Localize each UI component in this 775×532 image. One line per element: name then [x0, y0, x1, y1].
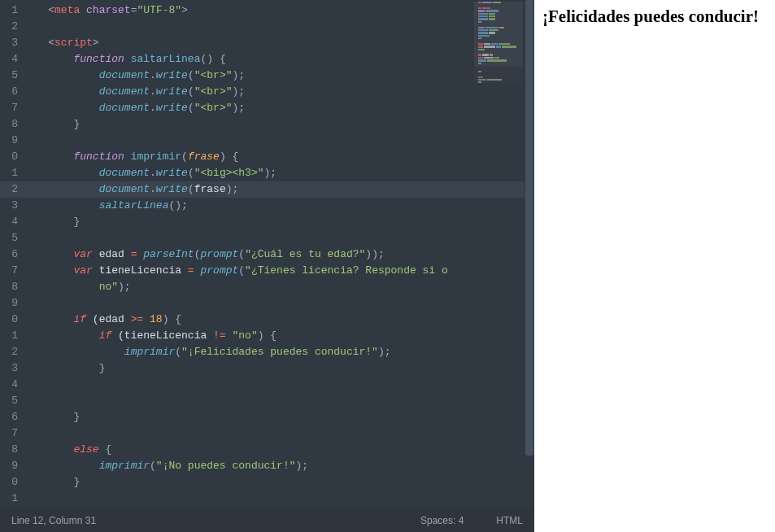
line-number: 2: [0, 344, 23, 360]
code-line[interactable]: imprimir("¡Felicidades puedes conducir!"…: [23, 344, 525, 360]
code-line[interactable]: [23, 230, 525, 246]
code-line[interactable]: [23, 377, 525, 393]
code-line[interactable]: function saltarLinea() {: [23, 51, 525, 68]
line-number: 1: [0, 165, 23, 181]
line-number: 1: [0, 2, 23, 19]
status-cursor-position[interactable]: Line 12, Column 31: [11, 515, 96, 526]
line-number: 9: [0, 295, 23, 312]
line-number: 1: [0, 328, 23, 344]
line-number: 4: [0, 377, 23, 393]
line-number: 8: [0, 442, 23, 458]
code-line[interactable]: if (tieneLicencia != "no") {: [23, 328, 525, 344]
code-line[interactable]: <meta charset="UTF-8">: [23, 2, 525, 19]
code-line[interactable]: }: [23, 409, 525, 425]
line-number: 2: [0, 181, 23, 198]
line-number: 9: [0, 133, 23, 149]
code-line[interactable]: [23, 295, 525, 312]
output-message: ¡Felicidades puedes conducir!: [542, 7, 767, 27]
line-number: 2: [0, 19, 23, 35]
app-root: 1234567890123456789012345678901 <meta ch…: [0, 0, 775, 532]
code-line[interactable]: no");: [23, 279, 525, 295]
minimap[interactable]: [474, 2, 523, 83]
line-number: 7: [0, 263, 23, 279]
code-line[interactable]: document.write("<big><h3>");: [23, 165, 525, 181]
code-line[interactable]: [23, 133, 525, 149]
code-editor[interactable]: 1234567890123456789012345678901 <meta ch…: [0, 0, 534, 532]
code-line[interactable]: document.write(frase);: [23, 181, 525, 198]
line-number: 8: [0, 116, 23, 133]
code-line[interactable]: document.write("<br>");: [23, 100, 525, 116]
line-number: 0: [0, 149, 23, 165]
code-line[interactable]: saltarLinea();: [23, 198, 525, 214]
line-number: 5: [0, 68, 23, 84]
code-line[interactable]: [23, 393, 525, 409]
line-number: 3: [0, 360, 23, 377]
code-area[interactable]: <meta charset="UTF-8"> <script> function…: [23, 0, 525, 509]
line-number: 3: [0, 198, 23, 214]
code-line[interactable]: }: [23, 360, 525, 377]
status-language[interactable]: HTML: [496, 515, 523, 526]
code-line[interactable]: imprimir("¡No puedes conducir!");: [23, 458, 525, 474]
line-number: 3: [0, 35, 23, 51]
code-line[interactable]: function imprimir(frase) {: [23, 149, 525, 165]
line-number: 1: [0, 491, 23, 507]
line-number: 4: [0, 214, 23, 230]
code-line[interactable]: [23, 425, 525, 442]
line-number-gutter: 1234567890123456789012345678901: [0, 0, 23, 509]
line-number: 0: [0, 474, 23, 491]
code-line[interactable]: if (edad >= 18) {: [23, 312, 525, 328]
line-number: 8: [0, 279, 23, 295]
line-number: 5: [0, 230, 23, 246]
browser-preview-pane: ¡Felicidades puedes conducir!: [534, 0, 775, 532]
line-number: 0: [0, 312, 23, 328]
line-number: 7: [0, 100, 23, 116]
status-indentation[interactable]: Spaces: 4: [420, 515, 464, 526]
line-number: 6: [0, 409, 23, 425]
code-line[interactable]: document.write("<br>");: [23, 68, 525, 84]
status-bar: Line 12, Column 31 Spaces: 4 HTML: [0, 509, 534, 532]
code-line[interactable]: [23, 19, 525, 35]
code-line[interactable]: var edad = parseInt(prompt("¿Cuál es tu …: [23, 246, 525, 263]
line-number: 6: [0, 246, 23, 263]
vertical-scrollbar[interactable]: [525, 0, 534, 509]
line-number: 6: [0, 84, 23, 100]
code-line[interactable]: }: [23, 116, 525, 133]
code-line[interactable]: }: [23, 474, 525, 491]
code-line[interactable]: var tieneLicencia = prompt("¿Tienes lice…: [23, 263, 525, 279]
line-number: 7: [0, 425, 23, 442]
code-line[interactable]: document.write("<br>");: [23, 84, 525, 100]
line-number: 9: [0, 458, 23, 474]
line-number: 4: [0, 51, 23, 68]
line-number: 5: [0, 393, 23, 409]
code-line[interactable]: }: [23, 214, 525, 230]
code-line[interactable]: <script>: [23, 35, 525, 51]
code-line[interactable]: else {: [23, 442, 525, 458]
code-line[interactable]: [23, 491, 525, 507]
scrollbar-thumb[interactable]: [525, 0, 533, 456]
